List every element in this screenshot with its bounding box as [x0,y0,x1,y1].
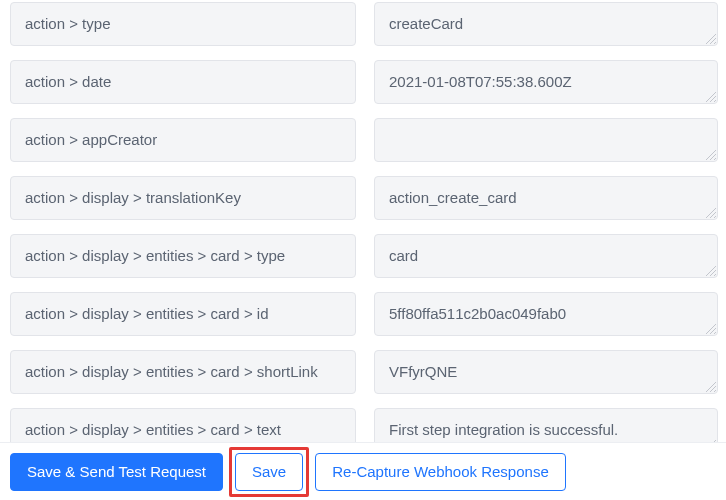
field-key: action > date [10,60,356,104]
field-key-text: action > display > translationKey [25,189,241,207]
field-key-text: action > display > entities > card > typ… [25,247,285,265]
save-button[interactable]: Save [235,453,303,491]
field-key: action > appCreator [10,118,356,162]
field-key: action > display > entities > card > typ… [10,234,356,278]
field-key: action > display > entities > card > sho… [10,350,356,394]
field-key: action > display > entities > card > id [10,292,356,336]
field-value-wrap [374,60,718,104]
field-row: action > appCreator [10,118,718,162]
field-value-input[interactable] [374,234,718,278]
field-value-input[interactable] [374,350,718,394]
footer-toolbar: Save & Send Test Request Save Re-Capture… [0,442,726,500]
field-key: action > type [10,2,356,46]
field-key-text: action > type [25,15,110,33]
field-value-wrap [374,118,718,162]
field-row: action > display > translationKey [10,176,718,220]
field-value-wrap [374,176,718,220]
field-value-input[interactable] [374,2,718,46]
field-key: action > display > translationKey [10,176,356,220]
field-value-wrap [374,408,718,442]
field-value-wrap [374,234,718,278]
field-value-wrap [374,292,718,336]
field-value-input[interactable] [374,176,718,220]
save-send-test-button[interactable]: Save & Send Test Request [10,453,223,491]
field-value-input[interactable] [374,118,718,162]
field-key-text: action > appCreator [25,131,157,149]
field-value-input[interactable] [374,292,718,336]
field-list-scroll[interactable]: action > type action > date action > app… [0,0,724,442]
field-value-input[interactable] [374,60,718,104]
field-value-wrap [374,2,718,46]
field-key: action > display > entities > card > tex… [10,408,356,442]
recapture-webhook-button[interactable]: Re-Capture Webhook Response [315,453,566,491]
field-key-text: action > date [25,73,111,91]
field-row: action > type [10,2,718,46]
field-value-wrap [374,350,718,394]
field-row: action > display > entities > card > typ… [10,234,718,278]
field-row: action > display > entities > card > id [10,292,718,336]
field-key-text: action > display > entities > card > sho… [25,363,318,381]
field-row: action > display > entities > card > tex… [10,408,718,442]
field-value-input[interactable] [374,408,718,442]
field-row: action > display > entities > card > sho… [10,350,718,394]
field-key-text: action > display > entities > card > tex… [25,421,281,439]
field-key-text: action > display > entities > card > id [25,305,268,323]
field-row: action > date [10,60,718,104]
